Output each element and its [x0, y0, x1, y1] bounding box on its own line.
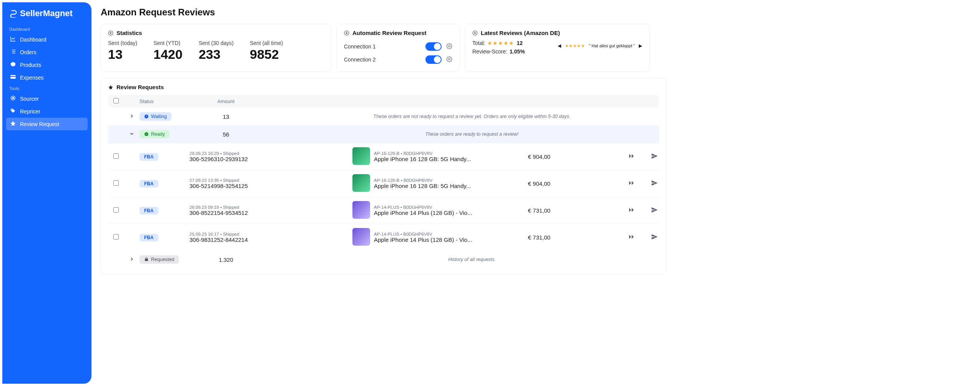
group-row-waiting: Waiting13These orders are not ready to r…	[108, 108, 659, 125]
fulfillment-badge: FBA	[140, 234, 158, 241]
product-sku: AP-14-PLUS • B0DGHP6V8V	[374, 205, 505, 210]
gear-icon	[108, 30, 113, 36]
group-note: These orders are not ready to request a …	[262, 114, 666, 119]
send-request-button[interactable]	[643, 180, 666, 188]
product-sku: AP-16-128-B • B0DGHP6V8V	[374, 151, 505, 156]
review-quote: " Hat alles gut geklappt "	[589, 43, 635, 48]
svg-point-10	[12, 109, 12, 110]
sidebar-item-sourcer[interactable]: Sourcer	[6, 92, 88, 105]
group-note: History of all requests.	[262, 257, 666, 262]
send-request-button[interactable]	[643, 153, 666, 161]
sidebar-item-repricer[interactable]: Repricer	[6, 105, 88, 118]
order-row: FBA28.09.23 16:29 • Shipped306-5296310-2…	[108, 143, 659, 170]
group-note: These orders are ready to request a revi…	[262, 131, 666, 137]
total-label: Total:	[472, 40, 485, 46]
sidebar-item-orders[interactable]: Orders	[6, 46, 88, 58]
sidebar-item-label: Products	[20, 62, 41, 68]
status-badge: Waiting	[140, 112, 171, 121]
sidebar-item-label: Review Request	[20, 121, 59, 127]
connection-row: Connection 2	[344, 53, 452, 66]
order-row: FBA26.09.23 09:19 • Shipped306-8522154-9…	[108, 197, 659, 224]
product-thumbnail	[352, 174, 370, 192]
connection-settings-button[interactable]	[446, 43, 452, 50]
status-label: Ready	[151, 131, 165, 137]
skip-button[interactable]	[620, 153, 643, 161]
star-rating-icon: ★★★★★	[487, 40, 514, 46]
brand-logo: SellerMagnet	[6, 2, 88, 25]
carousel-prev-button[interactable]: ◀	[558, 43, 561, 48]
auto-request-title: Automatic Review Request	[352, 30, 427, 36]
group-row-ready: Ready56These orders are ready to request…	[108, 125, 659, 143]
stat-block: Sent (all time)9852	[250, 40, 283, 62]
stat-value: 9852	[250, 47, 283, 62]
product-thumbnail	[352, 201, 370, 219]
nav-section-heading: Tools	[6, 84, 88, 92]
sidebar-item-dashboard[interactable]: Dashboard	[6, 33, 88, 46]
expand-toggle[interactable]	[124, 113, 140, 120]
order-id: 306-8522154-9534512	[189, 210, 262, 216]
group-amount: 56	[189, 131, 262, 138]
card-icon	[10, 74, 16, 81]
skip-button[interactable]	[620, 233, 643, 241]
svg-point-12	[346, 32, 347, 34]
connection-toggle[interactable]	[425, 42, 442, 51]
group-row-requested: Requested1.320History of all requests.	[108, 251, 659, 268]
chart-icon	[10, 36, 16, 43]
order-checkbox[interactable]	[113, 180, 119, 186]
connection-label: Connection 1	[344, 43, 421, 50]
status-badge: Requested	[140, 255, 179, 264]
select-all-checkbox[interactable]	[113, 98, 119, 103]
score-value: 1.05%	[510, 48, 525, 55]
stat-value: 13	[108, 47, 137, 62]
product-thumbnail	[352, 228, 370, 246]
svg-point-17	[145, 132, 148, 136]
connection-toggle[interactable]	[425, 55, 442, 64]
svg-point-14	[448, 58, 450, 60]
sidebar-item-label: Orders	[20, 49, 37, 55]
order-price: € 904,00	[505, 153, 574, 160]
fulfillment-badge: FBA	[140, 180, 158, 188]
sidebar-item-label: Dashboard	[20, 37, 47, 43]
expand-toggle[interactable]	[124, 256, 140, 263]
order-checkbox[interactable]	[113, 234, 119, 240]
sidebar-item-expenses[interactable]: Expenses	[6, 71, 88, 84]
order-price: € 731,00	[505, 207, 574, 214]
score-label: Review-Score:	[472, 48, 507, 55]
order-checkbox[interactable]	[113, 207, 119, 213]
review-requests-card: Review Requests Status Amount Waiting13T…	[101, 78, 666, 274]
product-name: Apple iPhone 16 128 GB: 5G Handy...	[374, 156, 501, 162]
sidebar-item-label: Repricer	[20, 108, 40, 115]
connection-settings-button[interactable]	[446, 56, 452, 63]
stat-block: Sent (YTD)1420	[153, 40, 183, 62]
order-shipped-date: 27.09.23 13:35 • Shipped	[189, 178, 262, 183]
review-requests-title: Review Requests	[116, 84, 164, 90]
skip-button[interactable]	[620, 180, 643, 188]
product-sku: AP-16-128-B • B0DGHP6V8V	[374, 178, 505, 183]
order-price: € 904,00	[505, 180, 574, 187]
table-header: Status Amount	[108, 95, 659, 108]
sidebar: SellerMagnet DashboardDashboardOrdersPro…	[2, 2, 91, 384]
total-count: 12	[517, 40, 523, 46]
status-label: Waiting	[151, 114, 167, 119]
sidebar-item-products[interactable]: Products	[6, 58, 88, 71]
sidebar-item-label: Expenses	[20, 75, 43, 81]
product-thumbnail	[352, 147, 370, 165]
review-stars-icon: ★★★★★	[565, 43, 585, 48]
box-icon	[10, 61, 16, 68]
status-label: Requested	[151, 257, 174, 262]
order-price: € 731,00	[505, 234, 574, 241]
svg-rect-18	[145, 259, 148, 261]
stat-label: Sent (YTD)	[153, 40, 183, 46]
send-request-button[interactable]	[643, 206, 666, 215]
carousel-next-button[interactable]: ▶	[639, 43, 642, 48]
order-checkbox[interactable]	[113, 153, 119, 159]
send-request-button[interactable]	[643, 233, 666, 241]
expand-toggle[interactable]	[124, 131, 140, 138]
sidebar-item-review-request[interactable]: Review Request	[6, 118, 88, 130]
skip-button[interactable]	[620, 206, 643, 215]
header-amount: Amount	[189, 98, 262, 104]
svg-point-11	[110, 32, 111, 34]
order-id: 306-5296310-2939132	[189, 156, 262, 162]
stat-value: 233	[199, 47, 234, 62]
svg-point-15	[474, 32, 476, 34]
